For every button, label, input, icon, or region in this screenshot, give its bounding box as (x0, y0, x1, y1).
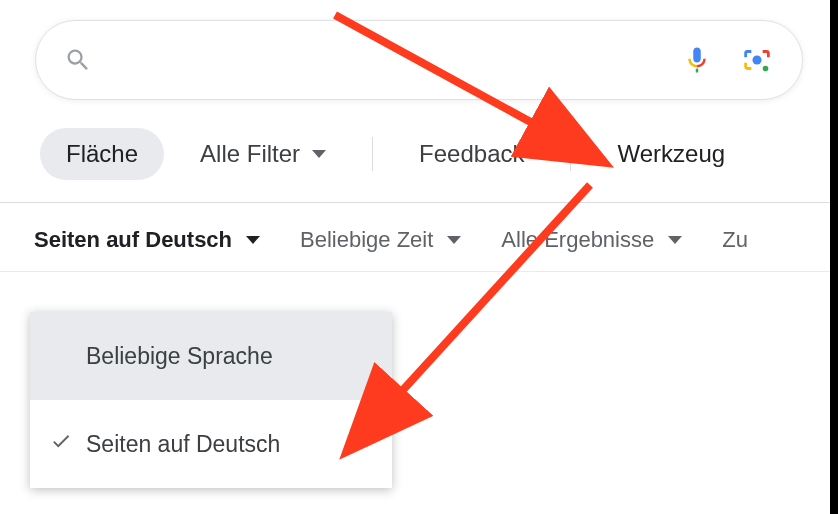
crop-edge (830, 0, 838, 514)
tool-reset[interactable]: Zu (722, 227, 748, 253)
dropdown-item-label: Seiten auf Deutsch (86, 431, 280, 458)
divider (570, 137, 571, 171)
chevron-down-icon (447, 236, 461, 244)
chevron-down-icon (668, 236, 682, 244)
tool-language[interactable]: Seiten auf Deutsch (34, 227, 260, 253)
tool-label: Seiten auf Deutsch (34, 227, 232, 253)
dropdown-item-german[interactable]: Seiten auf Deutsch (30, 400, 392, 488)
chip-label: Alle Filter (200, 140, 300, 168)
search-bar[interactable] (35, 20, 803, 100)
tool-label: Alle Ergebnisse (501, 227, 654, 253)
tools-row: Seiten auf Deutsch Beliebige Zeit Alle E… (0, 203, 838, 272)
dropdown-item-any-language[interactable]: Beliebige Sprache (30, 312, 392, 400)
chip-label: Fläche (66, 140, 138, 168)
mic-icon[interactable] (682, 45, 712, 75)
language-dropdown: Beliebige Sprache Seiten auf Deutsch (30, 312, 392, 488)
chevron-down-icon (312, 150, 326, 158)
chip-area[interactable]: Fläche (40, 128, 164, 180)
divider (372, 137, 373, 171)
tool-time[interactable]: Beliebige Zeit (300, 227, 461, 253)
search-input[interactable] (108, 47, 682, 73)
chevron-down-icon (246, 236, 260, 244)
chip-tools[interactable]: Werkzeug (591, 128, 751, 180)
dropdown-item-label: Beliebige Sprache (86, 343, 273, 370)
tool-results[interactable]: Alle Ergebnisse (501, 227, 682, 253)
tool-label: Zu (722, 227, 748, 253)
tool-label: Beliebige Zeit (300, 227, 433, 253)
chip-label: Werkzeug (617, 140, 725, 168)
filter-chip-row: Fläche Alle Filter Feedback Werkzeug (0, 100, 838, 202)
search-icon (64, 46, 92, 74)
svg-point-0 (752, 55, 761, 64)
svg-point-1 (763, 66, 769, 72)
chip-all-filters[interactable]: Alle Filter (174, 128, 352, 180)
chip-label: Feedback (419, 140, 524, 168)
camera-lens-icon[interactable] (740, 43, 774, 77)
check-icon (50, 430, 72, 458)
chip-feedback[interactable]: Feedback (393, 128, 550, 180)
